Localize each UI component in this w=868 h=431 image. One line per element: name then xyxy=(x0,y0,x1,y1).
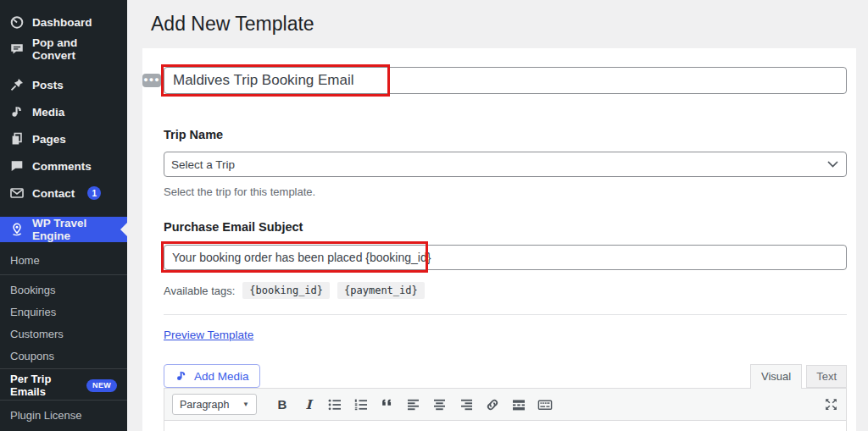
add-media-button[interactable]: Add Media xyxy=(164,364,260,388)
align-left-icon[interactable] xyxy=(406,397,421,412)
read-more-tag-icon[interactable] xyxy=(511,397,526,412)
media-icon xyxy=(9,104,25,119)
submenu-item-customers[interactable]: Customers xyxy=(0,323,127,345)
tab-visual[interactable]: Visual xyxy=(750,364,802,389)
tab-text[interactable]: Text xyxy=(806,365,847,388)
sidebar-item-posts[interactable]: Posts xyxy=(0,71,127,98)
current-menu-arrow xyxy=(120,223,127,236)
template-title-input[interactable] xyxy=(164,67,847,94)
sidebar-item-wp-travel-engine[interactable]: WP Travel Engine xyxy=(0,217,127,242)
wp-travel-engine-submenu: Home Bookings Enquiries Customers Coupon… xyxy=(0,242,127,426)
italic-button[interactable]: I xyxy=(301,397,316,412)
admin-sidebar: Dashboard Pop and Convert Posts M xyxy=(0,0,127,431)
trip-select-help-text: Select the trip for this template. xyxy=(164,185,847,198)
trip-name-label: Trip Name xyxy=(164,128,847,141)
pushpin-icon xyxy=(9,77,25,92)
bullet-list-icon[interactable] xyxy=(327,397,342,412)
menu-separator xyxy=(0,63,127,71)
editor-text-area[interactable] xyxy=(164,421,846,431)
editor-toolbar: Paragraph ▼ B I xyxy=(164,389,846,421)
submenu-item-plugin-license[interactable]: Plugin License xyxy=(0,404,127,426)
template-title-row: ●●● xyxy=(164,67,847,94)
travel-pin-icon xyxy=(9,222,25,237)
pages-icon xyxy=(9,131,25,146)
numbered-list-icon[interactable] xyxy=(353,397,369,412)
sidebar-item-contact[interactable]: Contact 1 xyxy=(0,180,127,207)
comment-icon xyxy=(9,158,25,174)
template-form-card: ●●● Trip Name Select a Trip Select the t… xyxy=(142,48,856,431)
sidebar-item-dashboard[interactable]: Dashboard xyxy=(0,8,127,36)
trip-select[interactable]: Select a Trip xyxy=(164,152,847,177)
caret-down-icon: ▼ xyxy=(242,401,249,408)
align-right-icon[interactable] xyxy=(459,397,474,412)
email-subject-label: Purchase Email Subject xyxy=(164,220,847,234)
submenu-item-bookings[interactable]: Bookings xyxy=(0,279,127,301)
page-title: Add New Template xyxy=(151,12,868,36)
insert-link-icon[interactable] xyxy=(485,397,500,412)
align-center-icon[interactable] xyxy=(432,397,448,412)
submenu-item-coupons[interactable]: Coupons xyxy=(0,345,127,367)
preview-template-link[interactable]: Preview Template xyxy=(164,329,253,341)
available-tags-label: Available tags: xyxy=(164,285,235,297)
dashboard-icon xyxy=(9,14,25,30)
sidebar-item-media[interactable]: Media xyxy=(0,98,127,125)
submenu-separator xyxy=(0,400,127,401)
blockquote-icon[interactable] xyxy=(380,397,395,412)
submenu-item-enquiries[interactable]: Enquiries xyxy=(0,301,127,323)
sidebar-item-pages[interactable]: Pages xyxy=(0,125,127,152)
main-content: Add New Template ●●● Trip Name Select a … xyxy=(127,0,868,431)
bold-button[interactable]: B xyxy=(275,397,290,412)
submenu-separator xyxy=(0,274,127,275)
tag-chip-payment-id: {payment_id} xyxy=(337,282,425,299)
email-body-editor: Add Media Visual Text Paragraph ▼ B I xyxy=(164,364,847,431)
submenu-item-per-trip-emails[interactable]: Per Trip Emails NEW xyxy=(0,374,127,396)
new-badge: NEW xyxy=(86,379,117,392)
envelope-icon xyxy=(9,185,25,201)
paragraph-format-dropdown[interactable]: Paragraph ▼ xyxy=(172,394,257,415)
section-divider xyxy=(164,314,847,315)
sidebar-item-comments[interactable]: Comments xyxy=(0,152,127,180)
fullscreen-icon[interactable] xyxy=(823,397,838,412)
tag-chip-booking-id: {booking_id} xyxy=(242,282,330,299)
email-subject-input[interactable] xyxy=(164,245,847,270)
toolbar-toggle-icon[interactable] xyxy=(537,397,553,412)
contact-count-badge: 1 xyxy=(87,186,101,200)
media-icon xyxy=(175,369,188,383)
submenu-separator xyxy=(0,368,127,369)
drag-handle-icon[interactable]: ●●● xyxy=(142,74,161,87)
chat-bubble-icon xyxy=(9,41,25,57)
sidebar-item-pop-and-convert[interactable]: Pop and Convert xyxy=(0,36,127,63)
menu-separator xyxy=(0,207,127,217)
submenu-item-home[interactable]: Home xyxy=(0,249,127,271)
